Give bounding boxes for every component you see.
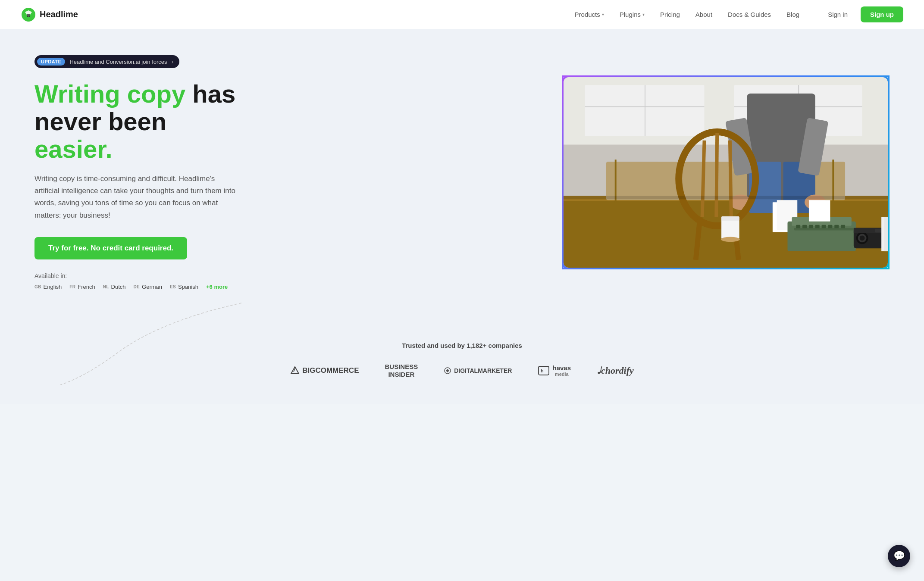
hero-description: Writing copy is time-consuming and diffi… xyxy=(34,173,241,221)
svg-rect-54 xyxy=(564,196,888,200)
hero-image-frame xyxy=(562,75,890,269)
havas-sublabel: media xyxy=(552,372,571,377)
chat-button[interactable]: 💬 xyxy=(888,545,910,567)
nav-item-products[interactable]: Products ▾ xyxy=(568,7,611,22)
nav-item-about[interactable]: About xyxy=(689,7,719,22)
heading-black-part2: never been xyxy=(34,107,166,135)
navbar: Headlime Products ▾ Plugins ▾ Pricing Ab… xyxy=(0,0,924,29)
nav-link-pricing[interactable]: Pricing xyxy=(653,7,687,22)
business-insider-label: BUSINESSINSIDER xyxy=(385,363,418,378)
heading-green-part2: easier. xyxy=(34,135,113,163)
chevron-down-icon: ▾ xyxy=(602,12,604,17)
svg-rect-6 xyxy=(645,85,645,136)
available-in: Available in: GB English FR French NL Du… xyxy=(34,272,241,290)
svg-line-28 xyxy=(730,141,731,217)
nav-link-products[interactable]: Products ▾ xyxy=(568,7,611,22)
nav-link-blog[interactable]: Blog xyxy=(780,7,806,22)
bigcommerce-icon xyxy=(290,366,300,375)
trusted-section: Trusted and used by 1,182+ companies BIG… xyxy=(0,325,924,404)
hero-image xyxy=(564,77,888,268)
lang-dutch: NL Dutch xyxy=(103,284,126,290)
hero-right xyxy=(267,75,890,269)
heading-black-part1: has xyxy=(185,80,235,108)
hero-left: UPDATE Headlime and Conversion.ai join f… xyxy=(34,55,241,290)
digitalmarketer-label: DIGITALMARKETER xyxy=(454,367,512,374)
nav-links: Products ▾ Plugins ▾ Pricing About Docs … xyxy=(568,7,807,22)
svg-text:h: h xyxy=(541,368,544,373)
hero-photo-svg xyxy=(564,77,888,268)
havas-icon: h xyxy=(538,365,550,377)
update-text: Headlime and Conversion.ai join forces xyxy=(69,59,167,65)
cta-button[interactable]: Try for free. No credit card required. xyxy=(34,237,187,259)
digitalmarketer-icon xyxy=(444,367,451,375)
svg-rect-53 xyxy=(884,217,888,251)
logo-icon xyxy=(21,7,36,22)
chordify-label: ♩chordify xyxy=(597,365,634,376)
svg-rect-40 xyxy=(809,225,813,228)
svg-rect-42 xyxy=(822,225,826,228)
svg-rect-45 xyxy=(841,225,845,228)
update-banner[interactable]: UPDATE Headlime and Conversion.ai join f… xyxy=(34,55,179,68)
svg-rect-39 xyxy=(802,225,807,228)
svg-marker-55 xyxy=(291,367,299,374)
hero-heading: Writing copy has never been easier. xyxy=(34,80,241,162)
update-badge: UPDATE xyxy=(37,58,65,66)
svg-rect-58 xyxy=(539,366,549,375)
chat-icon: 💬 xyxy=(893,550,905,562)
signup-button[interactable]: Sign up xyxy=(861,6,903,22)
havas-label: havas xyxy=(552,364,571,372)
svg-point-1 xyxy=(27,14,30,17)
logos-row: BIGCOMMERCE BUSINESSINSIDER DIGITALMARKE… xyxy=(34,363,890,378)
chevron-down-icon: ▾ xyxy=(642,12,645,17)
svg-rect-44 xyxy=(834,225,839,228)
logo-havas-media: h havas media xyxy=(538,364,571,377)
arrow-right-icon: › xyxy=(172,58,174,65)
svg-rect-38 xyxy=(796,225,800,228)
nav-link-docs[interactable]: Docs & Guides xyxy=(721,7,778,22)
nav-link-about[interactable]: About xyxy=(689,7,719,22)
logo-chordify: ♩chordify xyxy=(597,365,634,376)
svg-rect-43 xyxy=(828,225,832,228)
svg-rect-41 xyxy=(815,225,820,228)
logo-business-insider: BUSINESSINSIDER xyxy=(385,363,418,378)
logo-digitalmarketer: DIGITALMARKETER xyxy=(444,367,512,375)
svg-rect-36 xyxy=(809,200,830,222)
lang-english: GB English xyxy=(34,284,62,290)
nav-item-docs[interactable]: Docs & Guides xyxy=(721,7,778,22)
nav-link-plugins[interactable]: Plugins ▾ xyxy=(613,7,651,22)
logo-text: Headlime xyxy=(40,9,78,19)
svg-rect-30 xyxy=(721,216,739,221)
nav-item-blog[interactable]: Blog xyxy=(780,7,806,22)
lang-german: DE German xyxy=(134,284,162,290)
more-languages[interactable]: +6 more xyxy=(206,284,228,290)
nav-item-plugins[interactable]: Plugins ▾ xyxy=(613,7,651,22)
trusted-title: Trusted and used by 1,182+ companies xyxy=(34,342,890,349)
available-in-label: Available in: xyxy=(34,272,241,279)
nav-actions: Sign in Sign up xyxy=(820,6,903,22)
bigcommerce-label: BIGCOMMERCE xyxy=(302,366,359,375)
svg-line-26 xyxy=(702,141,705,217)
svg-point-49 xyxy=(860,236,865,241)
heading-green-part1: Writing copy xyxy=(34,80,185,108)
language-list: GB English FR French NL Dutch DE German … xyxy=(34,284,241,290)
svg-point-31 xyxy=(721,237,740,242)
logo-bigcommerce: BIGCOMMERCE xyxy=(290,366,359,375)
svg-rect-51 xyxy=(875,229,882,233)
svg-line-27 xyxy=(716,133,717,217)
logo[interactable]: Headlime xyxy=(21,7,78,22)
lang-spanish: ES Spanish xyxy=(170,284,198,290)
signin-button[interactable]: Sign in xyxy=(820,7,855,22)
nav-item-pricing[interactable]: Pricing xyxy=(653,7,687,22)
lang-french: FR French xyxy=(69,284,95,290)
hero-section: UPDATE Headlime and Conversion.ai join f… xyxy=(0,29,924,325)
